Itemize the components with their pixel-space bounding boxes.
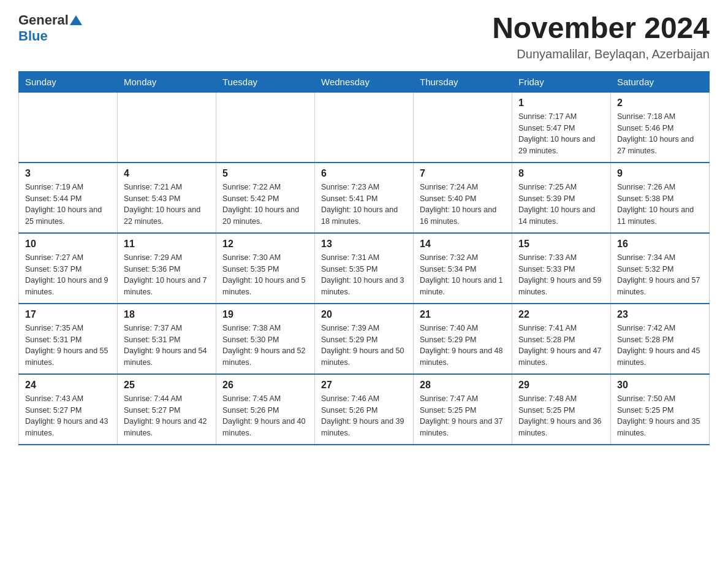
calendar-day-cell: 3Sunrise: 7:19 AM Sunset: 5:44 PM Daylig… [19, 163, 118, 233]
calendar-day-cell: 20Sunrise: 7:39 AM Sunset: 5:29 PM Dayli… [315, 304, 414, 374]
location: Dunyamalilar, Beylaqan, Azerbaijan [492, 47, 710, 61]
weekday-header-sunday: Sunday [19, 71, 118, 92]
day-number: 5 [222, 168, 308, 179]
weekday-header-monday: Monday [118, 71, 216, 92]
calendar-day-cell: 11Sunrise: 7:29 AM Sunset: 5:36 PM Dayli… [118, 233, 216, 304]
day-info: Sunrise: 7:45 AM Sunset: 5:26 PM Dayligh… [222, 393, 308, 439]
calendar-header: SundayMondayTuesdayWednesdayThursdayFrid… [19, 71, 710, 92]
day-number: 18 [124, 309, 210, 320]
calendar-day-cell [19, 92, 118, 163]
day-info: Sunrise: 7:46 AM Sunset: 5:26 PM Dayligh… [321, 393, 407, 439]
day-info: Sunrise: 7:37 AM Sunset: 5:31 PM Dayligh… [124, 323, 210, 369]
day-number: 22 [518, 309, 604, 320]
calendar-day-cell: 14Sunrise: 7:32 AM Sunset: 5:34 PM Dayli… [414, 233, 512, 304]
calendar-day-cell: 29Sunrise: 7:48 AM Sunset: 5:25 PM Dayli… [512, 374, 611, 445]
day-info: Sunrise: 7:35 AM Sunset: 5:31 PM Dayligh… [25, 323, 111, 369]
calendar-week-row: 24Sunrise: 7:43 AM Sunset: 5:27 PM Dayli… [19, 374, 710, 445]
logo: General Blue [18, 12, 82, 44]
calendar-day-cell [414, 92, 512, 163]
day-info: Sunrise: 7:26 AM Sunset: 5:38 PM Dayligh… [617, 182, 703, 228]
day-number: 7 [420, 168, 506, 179]
calendar-day-cell [315, 92, 414, 163]
day-number: 29 [518, 380, 604, 391]
calendar-day-cell: 7Sunrise: 7:24 AM Sunset: 5:40 PM Daylig… [414, 163, 512, 233]
day-info: Sunrise: 7:43 AM Sunset: 5:27 PM Dayligh… [25, 393, 111, 439]
calendar-week-row: 3Sunrise: 7:19 AM Sunset: 5:44 PM Daylig… [19, 163, 710, 233]
day-number: 27 [321, 380, 407, 391]
logo-general-text: General [18, 12, 69, 28]
day-number: 30 [617, 380, 703, 391]
calendar-day-cell: 21Sunrise: 7:40 AM Sunset: 5:29 PM Dayli… [414, 304, 512, 374]
day-number: 19 [222, 309, 308, 320]
day-info: Sunrise: 7:31 AM Sunset: 5:35 PM Dayligh… [321, 252, 407, 298]
calendar-day-cell: 12Sunrise: 7:30 AM Sunset: 5:35 PM Dayli… [216, 233, 315, 304]
day-number: 13 [321, 239, 407, 250]
calendar-day-cell: 1Sunrise: 7:17 AM Sunset: 5:47 PM Daylig… [512, 92, 611, 163]
weekday-header-saturday: Saturday [611, 71, 710, 92]
calendar-table: SundayMondayTuesdayWednesdayThursdayFrid… [18, 71, 710, 445]
day-info: Sunrise: 7:23 AM Sunset: 5:41 PM Dayligh… [321, 182, 407, 228]
day-info: Sunrise: 7:19 AM Sunset: 5:44 PM Dayligh… [25, 182, 111, 228]
day-info: Sunrise: 7:38 AM Sunset: 5:30 PM Dayligh… [222, 323, 308, 369]
weekday-header-thursday: Thursday [414, 71, 512, 92]
day-number: 9 [617, 168, 703, 179]
calendar-week-row: 10Sunrise: 7:27 AM Sunset: 5:37 PM Dayli… [19, 233, 710, 304]
calendar-day-cell: 23Sunrise: 7:42 AM Sunset: 5:28 PM Dayli… [611, 304, 710, 374]
calendar-day-cell: 22Sunrise: 7:41 AM Sunset: 5:28 PM Dayli… [512, 304, 611, 374]
calendar-day-cell: 5Sunrise: 7:22 AM Sunset: 5:42 PM Daylig… [216, 163, 315, 233]
calendar-day-cell: 16Sunrise: 7:34 AM Sunset: 5:32 PM Dayli… [611, 233, 710, 304]
calendar-day-cell: 27Sunrise: 7:46 AM Sunset: 5:26 PM Dayli… [315, 374, 414, 445]
day-number: 15 [518, 239, 604, 250]
day-info: Sunrise: 7:17 AM Sunset: 5:47 PM Dayligh… [518, 111, 604, 157]
day-info: Sunrise: 7:41 AM Sunset: 5:28 PM Dayligh… [518, 323, 604, 369]
day-number: 24 [25, 380, 111, 391]
day-number: 11 [124, 239, 210, 250]
calendar-day-cell: 13Sunrise: 7:31 AM Sunset: 5:35 PM Dayli… [315, 233, 414, 304]
weekday-header-friday: Friday [512, 71, 611, 92]
day-number: 25 [124, 380, 210, 391]
weekday-header-wednesday: Wednesday [315, 71, 414, 92]
day-info: Sunrise: 7:30 AM Sunset: 5:35 PM Dayligh… [222, 252, 308, 298]
day-number: 16 [617, 239, 703, 250]
day-number: 20 [321, 309, 407, 320]
day-number: 14 [420, 239, 506, 250]
day-info: Sunrise: 7:47 AM Sunset: 5:25 PM Dayligh… [420, 393, 506, 439]
day-number: 21 [420, 309, 506, 320]
calendar-day-cell: 17Sunrise: 7:35 AM Sunset: 5:31 PM Dayli… [19, 304, 118, 374]
calendar-day-cell: 26Sunrise: 7:45 AM Sunset: 5:26 PM Dayli… [216, 374, 315, 445]
day-info: Sunrise: 7:21 AM Sunset: 5:43 PM Dayligh… [124, 182, 210, 228]
day-number: 8 [518, 168, 604, 179]
day-info: Sunrise: 7:42 AM Sunset: 5:28 PM Dayligh… [617, 323, 703, 369]
calendar-day-cell: 15Sunrise: 7:33 AM Sunset: 5:33 PM Dayli… [512, 233, 611, 304]
day-info: Sunrise: 7:34 AM Sunset: 5:32 PM Dayligh… [617, 252, 703, 298]
day-info: Sunrise: 7:44 AM Sunset: 5:27 PM Dayligh… [124, 393, 210, 439]
calendar-day-cell: 2Sunrise: 7:18 AM Sunset: 5:46 PM Daylig… [611, 92, 710, 163]
calendar-day-cell [216, 92, 315, 163]
calendar-day-cell: 10Sunrise: 7:27 AM Sunset: 5:37 PM Dayli… [19, 233, 118, 304]
day-info: Sunrise: 7:24 AM Sunset: 5:40 PM Dayligh… [420, 182, 506, 228]
page-header: General Blue November 2024 Dunyamalilar,… [18, 12, 710, 61]
calendar-day-cell: 9Sunrise: 7:26 AM Sunset: 5:38 PM Daylig… [611, 163, 710, 233]
day-info: Sunrise: 7:32 AM Sunset: 5:34 PM Dayligh… [420, 252, 506, 298]
calendar-day-cell: 19Sunrise: 7:38 AM Sunset: 5:30 PM Dayli… [216, 304, 315, 374]
calendar-day-cell: 24Sunrise: 7:43 AM Sunset: 5:27 PM Dayli… [19, 374, 118, 445]
weekday-header-row: SundayMondayTuesdayWednesdayThursdayFrid… [19, 71, 710, 92]
day-number: 6 [321, 168, 407, 179]
calendar-day-cell [118, 92, 216, 163]
month-title: November 2024 [492, 12, 710, 45]
day-info: Sunrise: 7:40 AM Sunset: 5:29 PM Dayligh… [420, 323, 506, 369]
day-info: Sunrise: 7:22 AM Sunset: 5:42 PM Dayligh… [222, 182, 308, 228]
day-number: 4 [124, 168, 210, 179]
calendar-day-cell: 6Sunrise: 7:23 AM Sunset: 5:41 PM Daylig… [315, 163, 414, 233]
calendar-day-cell: 30Sunrise: 7:50 AM Sunset: 5:25 PM Dayli… [611, 374, 710, 445]
logo-blue-text: Blue [18, 28, 48, 44]
calendar-day-cell: 18Sunrise: 7:37 AM Sunset: 5:31 PM Dayli… [118, 304, 216, 374]
day-info: Sunrise: 7:33 AM Sunset: 5:33 PM Dayligh… [518, 252, 604, 298]
weekday-header-tuesday: Tuesday [216, 71, 315, 92]
day-number: 10 [25, 239, 111, 250]
day-info: Sunrise: 7:25 AM Sunset: 5:39 PM Dayligh… [518, 182, 604, 228]
logo-triangle-icon [70, 15, 82, 25]
calendar-day-cell: 8Sunrise: 7:25 AM Sunset: 5:39 PM Daylig… [512, 163, 611, 233]
day-number: 23 [617, 309, 703, 320]
calendar-day-cell: 4Sunrise: 7:21 AM Sunset: 5:43 PM Daylig… [118, 163, 216, 233]
